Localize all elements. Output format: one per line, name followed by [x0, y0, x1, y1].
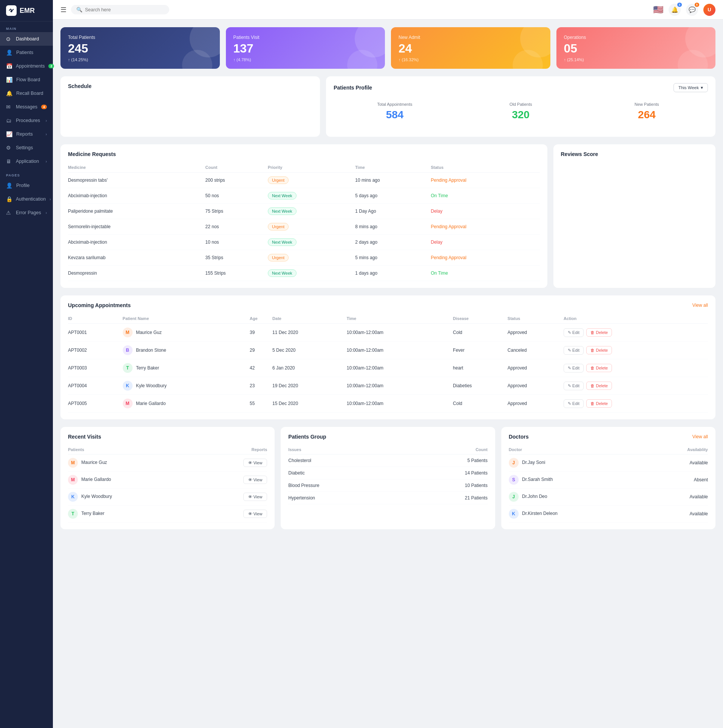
medicine-requests-panel: Medicine Requests Medicine Count Priorit… [60, 144, 547, 288]
reports-icon: 📈 [6, 131, 12, 137]
profile-stats: Total Appointments 584 Old Patients 320 … [334, 98, 708, 121]
rv-avatar: M [68, 475, 78, 485]
sidebar-item-authentication[interactable]: 🔒 Authentication › [0, 192, 53, 206]
sidebar-item-profile[interactable]: 👤 Profile [0, 179, 53, 192]
flowboard-icon: 📊 [6, 77, 12, 83]
patient-group-row: Hypertension 21 Patients [288, 492, 487, 504]
sidebar: EMR MAIN ⊙ Dashboard 👤 Patients 📅 Appoin… [0, 0, 53, 728]
patient-name: Terry Baker [136, 365, 159, 371]
rv-name: Kyle Woodbury [81, 494, 112, 499]
doctor-avatar: S [509, 475, 519, 485]
pages-section-label: PAGES [0, 168, 53, 179]
auth-icon: 🔒 [6, 196, 12, 202]
medicine-row: Kevzara sarilumab 35 Strips Urgent 5 min… [68, 250, 540, 266]
delete-btn[interactable]: 🗑 Delete [586, 364, 612, 372]
reviews-score-panel: Reviews Score [553, 144, 716, 288]
content-area: Total Patients 245 ↑ (14.25%) Patients V… [53, 20, 723, 537]
sidebar-item-procedures[interactable]: 🗂 Procedures › [0, 114, 53, 127]
doctor-name: Dr.Jay Soni [522, 460, 545, 465]
profile-header: Patients Profile This Week ▾ [334, 83, 708, 92]
application-icon: 🖥 [6, 158, 12, 164]
menu-icon[interactable]: ☰ [60, 6, 66, 14]
appointment-row: APT0002 B Brandon Stone 29 5 Dec 2020 10… [68, 342, 708, 359]
sidebar-item-messages[interactable]: ✉ Messages 4 [0, 100, 53, 114]
recent-visit-row: K Kyle Woodbury 👁 View [68, 488, 267, 505]
delete-btn[interactable]: 🗑 Delete [586, 399, 612, 408]
user-avatar[interactable]: U [703, 4, 715, 16]
rv-name: Terry Baker [81, 511, 104, 516]
error-chevron: › [46, 211, 47, 215]
bottom-row: Recent Visits Patients Reports M Maurice… [60, 427, 715, 529]
this-week-btn[interactable]: This Week ▾ [674, 83, 708, 92]
doctor-name: Dr.John Deo [522, 494, 547, 499]
edit-btn[interactable]: ✎ Edit [564, 346, 584, 355]
view-report-btn[interactable]: 👁 View [243, 510, 267, 518]
view-all-doctors[interactable]: View all [692, 434, 708, 439]
sidebar-item-error-pages[interactable]: ⚠ Error Pages › [0, 206, 53, 219]
schedule-panel: Schedule [60, 76, 320, 137]
patients-group-panel: Patients Group Issues Count Cholesterol … [281, 427, 495, 529]
search-bar[interactable]: 🔍 [71, 5, 169, 14]
sidebar-item-patients[interactable]: 👤 Patients [0, 46, 53, 59]
messages-badge: 4 [41, 105, 47, 109]
medicine-row: Abciximab-injection 10 nos Next Week 2 d… [68, 235, 540, 250]
doctor-row: J Dr.Jay Soni Available [509, 454, 708, 471]
edit-btn[interactable]: ✎ Edit [564, 328, 584, 337]
appointments-table: IDPatient NameAgeDateTimeDiseaseStatusAc… [68, 314, 708, 413]
edit-btn[interactable]: ✎ Edit [564, 399, 584, 408]
upcoming-header: Upcoming Appointments View all [68, 302, 708, 308]
logo-icon [6, 5, 17, 16]
view-all-appointments[interactable]: View all [692, 303, 708, 308]
stat-card-patients-visit: Patients Visit 137 ↑ (4.78%) [226, 27, 385, 69]
patient-avatar: M [123, 328, 133, 337]
appointment-row: APT0001 M Maurice Guz 39 11 Dec 2020 10:… [68, 324, 708, 342]
sidebar-item-recallboard[interactable]: 🔔 Recall Board [0, 87, 53, 100]
view-report-btn[interactable]: 👁 View [243, 459, 267, 467]
doctors-table: Doctor Availablity J Dr.Jay Soni Availab… [509, 445, 708, 522]
settings-icon: ⚙ [6, 145, 12, 151]
search-input[interactable] [85, 7, 164, 12]
edit-btn[interactable]: ✎ Edit [564, 364, 584, 373]
notifications-btn[interactable]: 🔔 3 [669, 4, 681, 16]
sidebar-item-application[interactable]: 🖥 Application › [0, 155, 53, 168]
rv-name: Marie Gallardo [81, 477, 111, 482]
medicine-row: Medicine Requests Medicine Count Priorit… [60, 144, 715, 288]
stat-card-operations: Operations 05 ↑ (25.14%) [556, 27, 716, 69]
chevron-down-icon: ▾ [701, 85, 703, 90]
flag-icon[interactable]: 🇺🇸 [653, 5, 663, 15]
dashboard-icon: ⊙ [6, 36, 12, 42]
patient-avatar: B [123, 345, 133, 355]
patient-avatar: T [123, 363, 133, 373]
notif-badge: 3 [677, 3, 682, 7]
medicine-row: Sermorelin-injectable 22 nos Urgent 8 mi… [68, 219, 540, 235]
patient-name: Brandon Stone [136, 348, 166, 353]
sidebar-item-settings[interactable]: ⚙ Settings [0, 141, 53, 155]
stat-new-patients: New Patients 264 [586, 102, 708, 121]
medicine-table: Medicine Count Priority Time Status Desm… [68, 162, 540, 281]
sidebar-item-reports[interactable]: 📈 Reports › [0, 127, 53, 141]
view-report-btn[interactable]: 👁 View [243, 476, 267, 484]
delete-btn[interactable]: 🗑 Delete [586, 328, 612, 337]
msg-badge: 5 [695, 3, 699, 7]
topbar-right: 🇺🇸 🔔 3 💬 5 U [653, 4, 715, 16]
view-report-btn[interactable]: 👁 View [243, 493, 267, 501]
patient-name: Maurice Guz [136, 330, 162, 335]
sidebar-item-flowboard[interactable]: 📊 Flow Board [0, 73, 53, 87]
doctor-row: K Dr.Kirsten Deleon Available [509, 505, 708, 522]
patient-group-row: Diabetic 14 Patients [288, 467, 487, 479]
auth-chevron: › [49, 197, 51, 201]
patient-name: Kyle Woodbury [136, 383, 167, 388]
appointment-row: APT0005 M Marie Gallardo 55 15 Dec 2020 … [68, 395, 708, 413]
sidebar-item-appointments[interactable]: 📅 Appointments 2 [0, 59, 53, 73]
sidebar-item-dashboard[interactable]: ⊙ Dashboard [0, 32, 53, 46]
edit-btn[interactable]: ✎ Edit [564, 382, 584, 390]
messages-btn[interactable]: 💬 5 [686, 4, 698, 16]
schedule-profile-row: Schedule Patients Profile This Week ▾ To… [60, 76, 715, 137]
messages-icon: ✉ [6, 104, 12, 110]
delete-btn[interactable]: 🗑 Delete [586, 346, 612, 354]
stat-total-appointments: Total Appointments 584 [334, 102, 456, 121]
recallboard-icon: 🔔 [6, 90, 12, 96]
delete-btn[interactable]: 🗑 Delete [586, 382, 612, 390]
patients-icon: 👤 [6, 49, 12, 56]
stat-card-new-admit: New Admit 24 ↑ (16.32%) [391, 27, 550, 69]
